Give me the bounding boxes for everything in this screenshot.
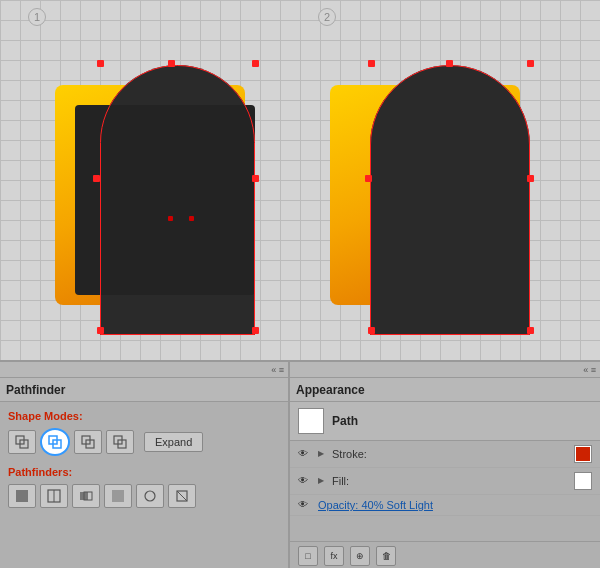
- stroke-label: Stroke:: [332, 448, 574, 460]
- dark-shape-2-main: [370, 65, 530, 335]
- eye-icon-stroke[interactable]: 👁: [298, 448, 314, 460]
- svg-rect-14: [112, 490, 124, 502]
- anchor-dot: [527, 327, 534, 334]
- panels-area: « ≡ Pathfinder Shape Modes:: [0, 360, 600, 568]
- anchor-dot: [365, 175, 372, 182]
- footer-btn-fx[interactable]: fx: [324, 546, 344, 566]
- shape-mode-btn-3[interactable]: [74, 430, 102, 454]
- anchor-dot: [168, 60, 175, 67]
- pathfinder-title: Pathfinder: [6, 383, 65, 397]
- anchor-dot: [368, 327, 375, 334]
- eye-icon-fill[interactable]: 👁: [298, 475, 314, 487]
- svg-point-15: [145, 491, 155, 501]
- pathfinder-btn-5[interactable]: [136, 484, 164, 508]
- svg-rect-8: [16, 490, 22, 502]
- artboard-label-2: 2: [318, 8, 336, 26]
- pathfinder-btn-6[interactable]: [168, 484, 196, 508]
- pathfinder-panel-topbar: « ≡: [0, 362, 288, 378]
- footer-btn-new[interactable]: ⊕: [350, 546, 370, 566]
- footer-btn-square[interactable]: □: [298, 546, 318, 566]
- pathfinder-panel-header: Pathfinder: [0, 378, 288, 402]
- menu-icon[interactable]: ≡: [279, 365, 284, 375]
- collapse-icon[interactable]: «: [271, 365, 276, 375]
- appearance-footer: □ fx ⊕ 🗑: [290, 541, 600, 568]
- anchor-dot: [446, 60, 453, 67]
- shape-modes-row: Expand: [8, 428, 280, 456]
- arrow-icon-fill[interactable]: ▶: [318, 476, 328, 486]
- path-thumbnail: [298, 408, 324, 434]
- dark-shape-1-overlay: [75, 105, 255, 295]
- appearance-panel-header: Appearance: [290, 378, 600, 402]
- arrow-icon-stroke[interactable]: ▶: [318, 449, 328, 459]
- anchor-dot: [97, 60, 104, 67]
- stroke-row[interactable]: 👁 ▶ Stroke:: [290, 441, 600, 468]
- shape-mode-btn-2[interactable]: [40, 428, 70, 456]
- path-label: Path: [332, 414, 358, 428]
- pathfinder-btn-1[interactable]: [8, 484, 36, 508]
- anchor-dot: [527, 175, 534, 182]
- svg-line-17: [177, 491, 187, 501]
- pathfinder-btn-2[interactable]: [40, 484, 68, 508]
- pathfinders-row: [8, 484, 280, 508]
- fill-row[interactable]: 👁 ▶ Fill:: [290, 468, 600, 495]
- expand-button[interactable]: Expand: [144, 432, 203, 452]
- eye-icon-opacity[interactable]: 👁: [298, 499, 314, 511]
- anchor-dot: [252, 60, 259, 67]
- stroke-color-red: [576, 447, 590, 461]
- artboard-label-1: 1: [28, 8, 46, 26]
- shape-mode-btn-1[interactable]: [8, 430, 36, 454]
- anchor-dot: [252, 327, 259, 334]
- shape-modes-label: Shape Modes:: [8, 410, 280, 422]
- opacity-label[interactable]: Opacity: 40% Soft Light: [318, 499, 433, 511]
- shape-mode-btn-4[interactable]: [106, 430, 134, 454]
- svg-rect-9: [22, 490, 28, 502]
- appearance-path-row: Path: [290, 402, 600, 441]
- appearance-panel-topbar: « ≡: [290, 362, 600, 378]
- canvas-area: 1 2: [0, 0, 600, 360]
- pathfinder-btn-4[interactable]: [104, 484, 132, 508]
- shape-group-1[interactable]: [45, 55, 265, 325]
- pathfinder-body: Shape Modes: Expand Pathfinders:: [0, 402, 288, 516]
- opacity-row[interactable]: 👁 Opacity: 40% Soft Light: [290, 495, 600, 516]
- appearance-collapse-icon[interactable]: «: [583, 365, 588, 375]
- anchor-dot: [368, 60, 375, 67]
- shape-group-2[interactable]: [330, 55, 560, 325]
- anchor-dot: [527, 60, 534, 67]
- pathfinder-btn-3[interactable]: [72, 484, 100, 508]
- anchor-dot: [97, 327, 104, 334]
- pathfinder-panel: « ≡ Pathfinder Shape Modes:: [0, 362, 290, 568]
- pathfinders-label: Pathfinders:: [8, 466, 280, 478]
- fill-swatch[interactable]: [574, 472, 592, 490]
- anchor-dot: [93, 175, 100, 182]
- anchor-dot: [252, 175, 259, 182]
- inner-dots: [165, 210, 197, 224]
- stroke-swatch[interactable]: [574, 445, 592, 463]
- fill-label: Fill:: [332, 475, 574, 487]
- appearance-panel: « ≡ Appearance Path 👁 ▶ Stroke: 👁 ▶ Fill…: [290, 362, 600, 568]
- appearance-title: Appearance: [296, 383, 365, 397]
- footer-btn-delete[interactable]: 🗑: [376, 546, 396, 566]
- appearance-menu-icon[interactable]: ≡: [591, 365, 596, 375]
